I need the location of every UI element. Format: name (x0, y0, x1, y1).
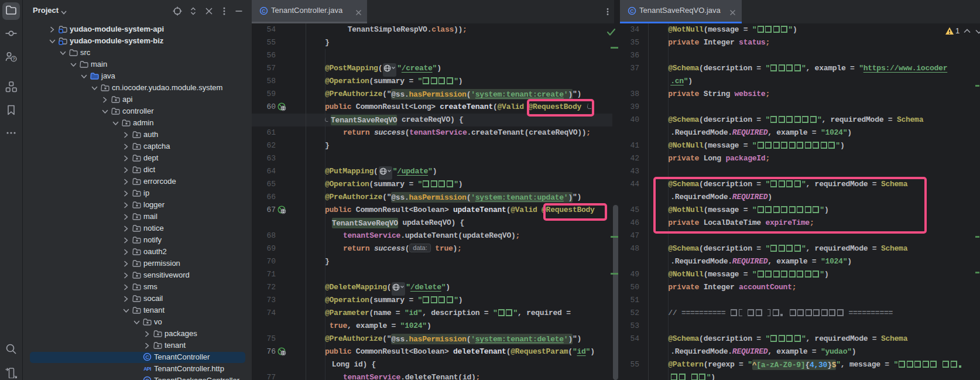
svg-text:C: C (262, 8, 266, 14)
svg-text:C: C (145, 354, 149, 360)
svg-text:C: C (630, 8, 634, 14)
svg-text:API: API (143, 366, 151, 372)
svg-text:C: C (145, 378, 149, 380)
svg-text:?: ? (12, 56, 15, 61)
